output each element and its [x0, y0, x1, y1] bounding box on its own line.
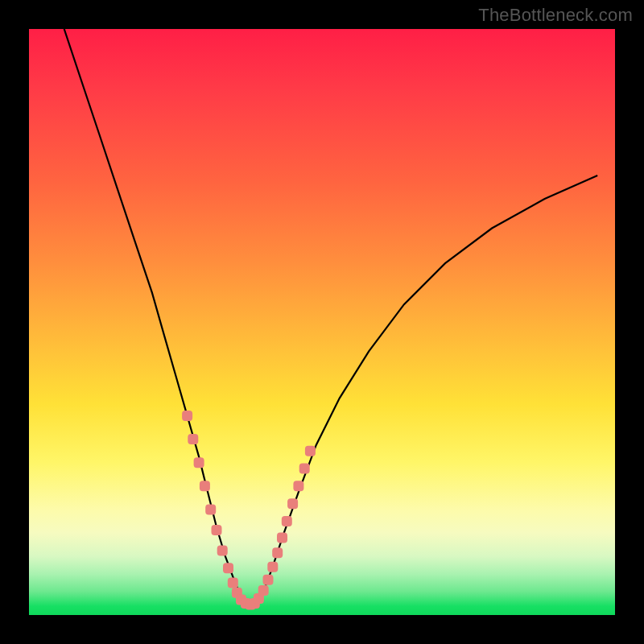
watermark-text: TheBottleneck.com — [478, 5, 633, 26]
gradient-plot-area — [29, 29, 615, 615]
chart-frame: TheBottleneck.com — [0, 0, 644, 644]
